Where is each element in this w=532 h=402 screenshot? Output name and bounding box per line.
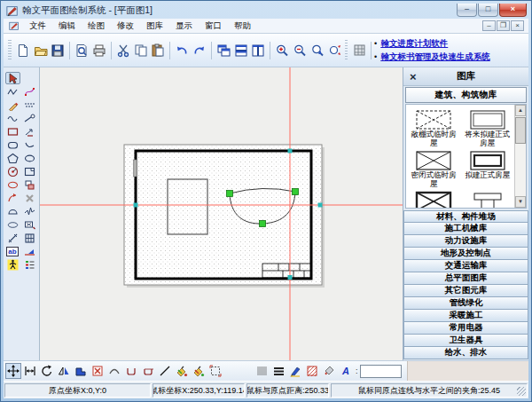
thick-lines-tool[interactable]	[270, 363, 286, 379]
category-power-button[interactable]: 动力设施库	[403, 235, 528, 248]
node-line-tool[interactable]	[22, 112, 37, 124]
category-sanitary-button[interactable]: 卫生器具	[403, 335, 528, 347]
pen-tool[interactable]	[287, 363, 303, 379]
slope-tool[interactable]	[22, 245, 37, 257]
copy-button[interactable]	[132, 41, 150, 59]
text-tool[interactable]: ab	[5, 245, 20, 257]
dome-tool[interactable]	[5, 205, 20, 217]
undo-button[interactable]	[173, 41, 191, 59]
child-minimize-button[interactable]: –	[482, 20, 496, 31]
print-preview-button[interactable]	[73, 41, 90, 59]
oval-tool[interactable]	[5, 218, 20, 231]
tile-vertical-button[interactable]	[249, 41, 267, 59]
paste-button[interactable]	[149, 41, 167, 59]
link-bid-software[interactable]: 翰文标书管理及快速生成系统	[380, 51, 490, 63]
circle-arc-tool[interactable]	[5, 165, 20, 177]
rectangle-tool[interactable]	[5, 125, 20, 138]
panel-close-icon[interactable]: ×	[410, 71, 417, 83]
mirror-tool[interactable]	[56, 363, 72, 379]
gallery-item-partial[interactable]	[461, 188, 515, 209]
category-water-button[interactable]: 给水、排水	[403, 347, 528, 359]
cut-button[interactable]	[114, 41, 132, 59]
figure-tool[interactable]	[5, 258, 20, 271]
wave-tool[interactable]	[5, 112, 20, 124]
select-region-tool[interactable]	[207, 363, 223, 379]
tile-horizontal-button[interactable]	[232, 41, 250, 59]
close-button[interactable]: ×	[499, 4, 527, 17]
rotate-tool[interactable]	[39, 363, 55, 379]
bucket-tool[interactable]	[321, 363, 337, 379]
zoom-dynamic-button[interactable]	[326, 41, 344, 59]
link-progress-software[interactable]: 翰文进度计划软件	[380, 38, 448, 50]
gallery-item[interactable]: 拟建正式房屋	[461, 147, 515, 188]
print-button[interactable]	[90, 41, 108, 59]
gallery-item[interactable]: 将来拟建正式房屋	[461, 106, 515, 147]
rounded-rect-tool[interactable]	[5, 138, 20, 151]
zoom-out-button[interactable]	[291, 41, 309, 59]
stretch-tool[interactable]	[22, 363, 38, 379]
pencil-tool[interactable]	[5, 99, 20, 111]
category-materials-button[interactable]: 材料、构件堆场	[403, 210, 528, 223]
category-pipeline-button[interactable]: 管线绿化	[403, 297, 528, 310]
arc-segment-tool[interactable]	[22, 138, 37, 151]
menu-help[interactable]: 帮助	[228, 20, 257, 33]
u-shape-tool[interactable]	[123, 363, 139, 379]
menu-display[interactable]: 显示	[169, 20, 199, 33]
menu-window[interactable]: 窗口	[199, 20, 228, 33]
category-appliances-button[interactable]: 常用电器	[403, 322, 528, 335]
menu-modify[interactable]: 修改	[111, 20, 140, 33]
open-button[interactable]	[32, 41, 50, 59]
arc-arrow-tool[interactable]	[5, 192, 20, 204]
freehand-tool[interactable]	[22, 205, 37, 217]
offset-line-tool[interactable]	[22, 125, 37, 138]
menu-draw[interactable]: 绘图	[82, 20, 111, 33]
toolbar-grip[interactable]	[345, 40, 348, 61]
save-button[interactable]	[49, 41, 66, 59]
category-heating-button[interactable]: 采暖施工	[403, 310, 528, 322]
gallery-item[interactable]: 密闭式临时房屋	[407, 147, 461, 188]
menu-library[interactable]: 图库	[140, 20, 169, 33]
hatch-tool[interactable]	[304, 363, 320, 379]
move-tool[interactable]	[5, 363, 21, 379]
category-buildings-button[interactable]: 建筑、构筑物库	[405, 87, 527, 103]
scroll-up-icon[interactable]: ▲	[515, 105, 526, 116]
grid-window-tool[interactable]	[22, 232, 37, 244]
category-machinery-button[interactable]: 施工机械库	[403, 223, 528, 235]
delete-x-tool[interactable]	[22, 192, 37, 204]
value-input[interactable]	[360, 365, 402, 378]
arc-edit-tool[interactable]	[106, 363, 122, 379]
maximize-button[interactable]: □	[478, 4, 498, 17]
u-shape-2-tool[interactable]	[140, 363, 156, 379]
polyline-tool[interactable]	[5, 85, 20, 98]
scrollbar-thumb[interactable]	[515, 117, 526, 144]
drawing-canvas[interactable]	[40, 67, 403, 360]
font-tool[interactable]: A	[338, 363, 354, 379]
library-icon[interactable]	[350, 41, 368, 59]
cascade-windows-button[interactable]	[215, 41, 232, 59]
red-ellipse-tool[interactable]	[5, 178, 20, 191]
toolbar-grip[interactable]	[8, 40, 12, 61]
gallery-item[interactable]: 敞棚式临时房屋	[407, 106, 461, 147]
resize-grip[interactable]	[517, 387, 526, 396]
category-terrain-button[interactable]: 地形及控制点	[403, 248, 528, 260]
minimize-button[interactable]: –	[457, 4, 477, 17]
category-other-button[interactable]: 其它图元库	[403, 285, 528, 297]
thin-lines-tool[interactable]	[254, 363, 270, 379]
copy-shapes-tool[interactable]	[22, 178, 37, 191]
new-button[interactable]	[14, 41, 32, 59]
frame-rect-tool[interactable]	[22, 165, 37, 177]
gallery-scrollbar[interactable]: ▲ ▼	[514, 105, 526, 208]
zoom-window-button[interactable]	[309, 41, 326, 59]
ellipse-tool[interactable]	[22, 152, 37, 164]
category-siteplan-button[interactable]: 总平面图库	[403, 272, 528, 285]
measure-tool[interactable]	[5, 232, 20, 244]
fill-2-tool[interactable]	[191, 363, 207, 379]
hatch-lines-tool[interactable]	[22, 99, 37, 111]
scroll-down-icon[interactable]: ▼	[515, 196, 526, 208]
gallery-item-partial[interactable]	[407, 188, 461, 209]
delete-node-tool[interactable]	[90, 363, 106, 379]
layers-tool[interactable]	[22, 258, 37, 271]
child-close-button[interactable]: ×	[511, 20, 524, 31]
menu-edit[interactable]: 编辑	[52, 20, 82, 33]
fill-1-tool[interactable]	[174, 363, 190, 379]
